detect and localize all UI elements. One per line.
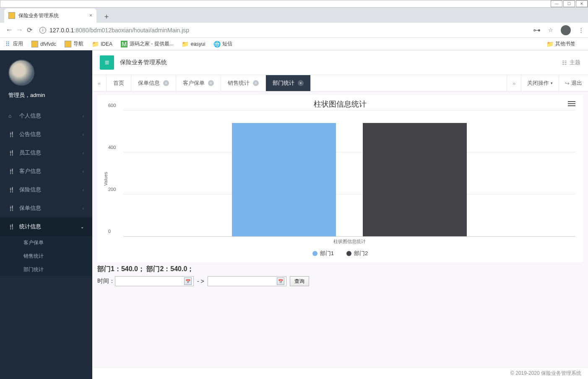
filter-row: 时间： 📅 - > 📅 查询 — [97, 276, 583, 286]
logout-button[interactable]: ↪退出 — [559, 75, 588, 91]
chevron-left-icon: ‹ — [83, 132, 84, 137]
range-arrow: - > — [197, 278, 204, 285]
summary-text: 部门1：540.0； 部门2：540.0； — [97, 265, 583, 274]
url-field[interactable]: i 127.0.0.1:8080/bdm012baoxian/houtai/ad… — [39, 27, 526, 34]
key-icon[interactable]: ⊶ — [533, 26, 541, 35]
utensils-icon: 🍴 — [8, 187, 15, 193]
tab-bar: « 首页 保单信息× 客户保单× 销售统计× 部门统计× » 关闭操作▾ ↪退出 — [92, 75, 588, 91]
subitem-customer-policy[interactable]: 客户保单 — [0, 236, 92, 249]
user-name: 管理员，admin — [8, 91, 84, 99]
folder-icon: 📁 — [92, 41, 99, 47]
tab-scroll-right[interactable]: » — [507, 75, 521, 91]
chart-legend: 部门1部门2 — [105, 250, 575, 257]
theme-button[interactable]: 主题 — [570, 59, 580, 66]
hamburger-button[interactable]: ≡ — [100, 55, 114, 70]
tab-sales-stat[interactable]: 销售统计× — [221, 75, 266, 91]
legend-item[interactable]: 部门2 — [346, 250, 368, 257]
close-window-button[interactable]: ✕ — [576, 0, 588, 7]
bookmark-item[interactable]: M源码之家 - 提供最... — [121, 40, 174, 47]
chart-bar[interactable] — [232, 123, 336, 236]
reload-button[interactable]: ⟳ — [24, 26, 34, 34]
caret-down-icon: ▾ — [551, 81, 553, 85]
sidebar-item-staff[interactable]: 🍴员工信息‹ — [0, 144, 92, 162]
tab-dept-stat[interactable]: 部门统计× — [266, 75, 311, 91]
sidebar: 管理员，admin ⌂个人信息‹ 🍴公告信息‹ 🍴员工信息‹ 🍴客户信息‹ 🍴保… — [0, 50, 92, 379]
y-axis-label: Values — [103, 172, 108, 186]
close-icon[interactable]: × — [253, 80, 259, 86]
chevron-left-icon: ‹ — [83, 151, 84, 155]
calendar-icon: 📅 — [277, 277, 284, 285]
chevron-left-icon: ‹ — [83, 188, 84, 192]
utensils-icon: 🍴 — [8, 150, 15, 156]
tab-scroll-left[interactable]: « — [92, 75, 107, 91]
sidebar-item-policy[interactable]: 🍴保单信息‹ — [0, 199, 92, 217]
sidebar-item-statistics[interactable]: 🍴统计信息⌄ — [0, 217, 92, 236]
legend-label: 部门1 — [320, 250, 334, 257]
sidebar-item-customer[interactable]: 🍴客户信息‹ — [0, 162, 92, 180]
legend-label: 部门2 — [354, 250, 368, 257]
chart-title: 柱状图信息统计 — [105, 99, 575, 109]
url-path: /bdm012baoxian/houtai/adminMain.jsp — [88, 27, 189, 34]
star-icon[interactable]: ☆ — [548, 27, 553, 33]
legend-dot-icon — [312, 251, 317, 256]
sidebar-item-notice[interactable]: 🍴公告信息‹ — [0, 125, 92, 144]
legend-item[interactable]: 部门1 — [312, 250, 334, 257]
topbar: ≡ 保险业务管理系统 ☷ 主题 — [92, 50, 588, 75]
close-icon[interactable]: × — [208, 80, 214, 86]
bookmark-item[interactable]: 🌐短信 — [213, 40, 232, 47]
maximize-button[interactable]: ☐ — [563, 0, 575, 7]
date-to-input[interactable]: 📅 — [208, 276, 286, 286]
tab-customer-policy[interactable]: 客户保单× — [176, 75, 221, 91]
bookmark-icon — [65, 41, 71, 47]
browser-tab-title: 保险业务管理系统 — [18, 12, 59, 19]
utensils-icon: 🍴 — [8, 168, 15, 174]
close-ops-dropdown[interactable]: 关闭操作▾ — [521, 75, 559, 91]
chevron-left-icon: ‹ — [83, 169, 84, 174]
browser-tab-strip: 保险业务管理系统 × + — [0, 8, 588, 23]
kebab-menu-icon[interactable]: ⋮ — [578, 27, 584, 33]
other-bookmarks[interactable]: 📁其他书签 — [546, 40, 575, 47]
sidebar-item-personal[interactable]: ⌂个人信息‹ — [0, 107, 92, 125]
new-tab-button[interactable]: + — [101, 11, 112, 23]
address-bar: ← → ⟳ i 127.0.0.1:8080/bdm012baoxian/hou… — [0, 23, 588, 38]
date-from-input[interactable]: 📅 — [115, 276, 194, 286]
copyright-text: © 2019-2020 保险业务管理系统 — [510, 370, 581, 377]
utensils-icon: 🍴 — [8, 205, 15, 211]
tab-policy-info[interactable]: 保单信息× — [131, 75, 176, 91]
legend-dot-icon — [346, 251, 351, 256]
bookmark-item[interactable]: dfvfvdc — [31, 41, 56, 47]
close-icon[interactable]: × — [298, 80, 304, 86]
back-button[interactable]: ← — [4, 26, 14, 34]
minimize-button[interactable]: — — [551, 0, 562, 7]
user-avatar-icon[interactable] — [8, 60, 34, 86]
chart-bar[interactable] — [363, 123, 467, 236]
x-category-label: 柱状图信息统计 — [123, 238, 575, 245]
site-info-icon[interactable]: i — [39, 27, 46, 34]
close-tab-icon[interactable]: × — [89, 13, 92, 18]
y-tick: 0 — [108, 229, 111, 234]
y-tick: 200 — [108, 187, 116, 192]
chevron-down-icon: ⌄ — [81, 225, 84, 229]
app-title: 保险业务管理系统 — [120, 59, 167, 66]
globe-icon: 🌐 — [213, 41, 220, 47]
bookmark-item[interactable]: 📁easyui — [182, 41, 206, 47]
footer: © 2019-2020 保险业务管理系统 — [92, 367, 588, 379]
close-icon[interactable]: × — [163, 80, 169, 86]
profile-avatar-icon[interactable] — [561, 25, 571, 35]
sidebar-item-insurance[interactable]: 🍴保险信息‹ — [0, 180, 92, 199]
apps-shortcut[interactable]: ⠿应用 — [4, 40, 23, 47]
favicon-icon — [8, 12, 15, 19]
chart-menu-icon[interactable] — [568, 100, 575, 107]
theme-icon: ☷ — [562, 60, 567, 66]
apps-icon: ⠿ — [4, 41, 11, 47]
bookmark-item[interactable]: 导航 — [65, 40, 83, 47]
chart-container: 柱状图信息统计 Values 0200400600 柱状图信息统计 部门1部门2 — [97, 95, 583, 262]
subitem-dept-stat[interactable]: 部门统计 — [0, 263, 92, 276]
query-button[interactable]: 查询 — [290, 276, 309, 286]
tab-home[interactable]: 首页 — [107, 75, 131, 91]
bookmark-item[interactable]: 📁IDEA — [92, 41, 112, 47]
folder-icon: 📁 — [182, 41, 189, 47]
forward-button[interactable]: → — [14, 26, 24, 34]
browser-tab[interactable]: 保险业务管理系统 × — [4, 8, 96, 23]
subitem-sales-stat[interactable]: 销售统计 — [0, 249, 92, 263]
